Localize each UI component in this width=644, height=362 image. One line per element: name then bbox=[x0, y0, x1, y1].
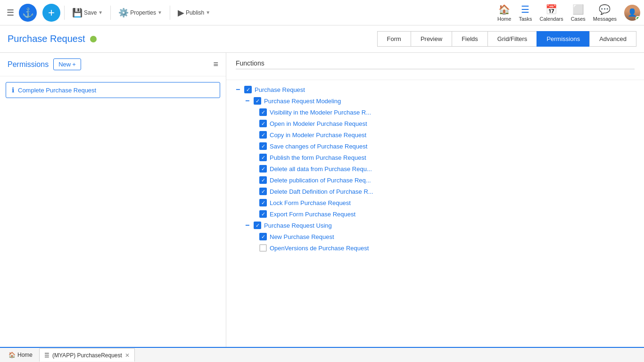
publish-dropdown-icon[interactable]: ▼ bbox=[206, 10, 210, 15]
collapse-using-icon[interactable]: − bbox=[245, 222, 251, 229]
hamburger-button[interactable]: ☰ bbox=[4, 5, 17, 21]
save-dropdown-icon[interactable]: ▼ bbox=[98, 10, 103, 15]
divider-1 bbox=[64, 6, 65, 20]
left-panel-content: ℹ Complete Purchase Request bbox=[0, 76, 226, 104]
bottom-home-tab[interactable]: 🏠 Home bbox=[4, 350, 37, 360]
functions-divider bbox=[236, 69, 635, 69]
tree-item-delete-all-data[interactable]: ✓ Delete all data from Purchase Requ... bbox=[236, 163, 635, 174]
properties-button[interactable]: ⚙️ Properties ▼ bbox=[115, 6, 166, 20]
properties-dropdown-icon[interactable]: ▼ bbox=[157, 10, 162, 15]
checkbox-open-version[interactable] bbox=[259, 244, 267, 252]
tree-label-open-modeler: Open in Modeler Purchase Request bbox=[270, 120, 367, 127]
tree-item-root[interactable]: − ✓ Purchase Request bbox=[236, 84, 635, 95]
tree-item-using[interactable]: − ✓ Purchase Request Using bbox=[236, 220, 635, 231]
checkbox-delete-all-data[interactable]: ✓ bbox=[259, 165, 267, 173]
tree-label-new-pr: New Purchase Request bbox=[270, 233, 334, 240]
tab-fields[interactable]: Fields bbox=[452, 31, 487, 47]
tree-item-save-changes[interactable]: ✓ Save changes of Purchase Request bbox=[236, 140, 635, 152]
tree-label-delete-publication: Delete publication of Purchase Req... bbox=[270, 177, 371, 184]
tree-item-publish-form[interactable]: ✓ Publish the form Purchase Request bbox=[236, 152, 635, 163]
left-panel-header: Permissions New + ≡ bbox=[0, 53, 226, 76]
nav-messages-label: Messages bbox=[593, 16, 617, 22]
tree-item-open-version[interactable]: OpenVersions de Purchase Request bbox=[236, 242, 635, 254]
tree-label-root: Purchase Request bbox=[255, 86, 305, 93]
status-indicator bbox=[90, 36, 97, 42]
checkbox-publish-form[interactable]: ✓ bbox=[259, 154, 267, 161]
divider-3 bbox=[170, 6, 170, 20]
tree-label-visibility: Visibility in the Modeler Purchase R... bbox=[270, 109, 371, 116]
bottom-app-tab[interactable]: ☰ (MYAPP) PurchaseRequest ✕ bbox=[39, 348, 135, 362]
checkbox-open-modeler[interactable]: ✓ bbox=[259, 120, 267, 127]
checkbox-using[interactable]: ✓ bbox=[254, 222, 261, 229]
tab-advanced[interactable]: Advanced bbox=[589, 31, 636, 47]
page-header: Purchase Request Form Preview Fields Gri… bbox=[0, 25, 644, 53]
functions-title: Functions bbox=[236, 59, 264, 67]
checkbox-modeling[interactable]: ✓ bbox=[254, 97, 261, 105]
checkbox-copy-modeler[interactable]: ✓ bbox=[259, 131, 267, 139]
messages-icon: 💬 bbox=[599, 4, 611, 15]
checkbox-save-changes[interactable]: ✓ bbox=[259, 142, 267, 150]
checkbox-lock-form[interactable]: ✓ bbox=[259, 199, 267, 206]
tab-form[interactable]: Form bbox=[377, 31, 411, 47]
nav-messages[interactable]: 💬 Messages bbox=[593, 4, 617, 22]
list-view-button[interactable]: ≡ bbox=[213, 59, 218, 69]
avatar[interactable]: 👤 bbox=[624, 5, 640, 21]
toolbar: ☰ ⚓ + 💾 Save ▼ ⚙️ Properties ▼ ▶ Publish… bbox=[0, 0, 644, 25]
nav-home[interactable]: 🏠 Home bbox=[497, 4, 511, 22]
right-panel-header: Functions bbox=[226, 53, 644, 80]
tab-gridfilters[interactable]: Grid/Filters bbox=[487, 31, 537, 47]
tab-preview[interactable]: Preview bbox=[411, 31, 452, 47]
content-area: Permissions New + ≡ ℹ Complete Purchase … bbox=[0, 53, 644, 347]
save-button[interactable]: 💾 Save ▼ bbox=[68, 6, 107, 20]
page-title-area: Purchase Request bbox=[8, 33, 97, 44]
nav-calendars[interactable]: 📅 Calendars bbox=[540, 4, 563, 22]
publish-button[interactable]: ▶ Publish ▼ bbox=[174, 6, 214, 20]
tree-label-save-changes: Save changes of Purchase Request bbox=[270, 143, 367, 150]
checkbox-visibility[interactable]: ✓ bbox=[259, 108, 267, 116]
save-icon: 💾 bbox=[72, 8, 83, 18]
home-icon: 🏠 bbox=[498, 4, 510, 15]
checkbox-delete-draft[interactable]: ✓ bbox=[259, 188, 267, 195]
tree-label-open-version: OpenVersions de Purchase Request bbox=[270, 245, 369, 252]
publish-label: Publish bbox=[186, 9, 204, 16]
permission-item-complete[interactable]: ℹ Complete Purchase Request bbox=[6, 82, 220, 98]
tasks-icon: ☰ bbox=[521, 4, 529, 15]
bottom-bar: 🏠 Home ☰ (MYAPP) PurchaseRequest ✕ bbox=[0, 347, 644, 362]
permission-item-label: Complete Purchase Request bbox=[18, 87, 96, 94]
publish-icon: ▶ bbox=[178, 8, 184, 18]
tree-item-export-form[interactable]: ✓ Export Form Purchase Request bbox=[236, 208, 635, 220]
nav-tasks[interactable]: ☰ Tasks bbox=[519, 4, 532, 22]
checkbox-delete-publication[interactable]: ✓ bbox=[259, 176, 267, 184]
checkbox-root[interactable]: ✓ bbox=[244, 86, 252, 93]
checkbox-new-pr[interactable]: ✓ bbox=[259, 233, 267, 240]
collapse-root-icon[interactable]: − bbox=[236, 86, 241, 93]
tree-item-modeling[interactable]: − ✓ Purchase Request Modeling bbox=[236, 95, 635, 107]
bottom-tab-icon: ☰ bbox=[44, 352, 50, 359]
checkbox-export-form[interactable]: ✓ bbox=[259, 210, 267, 218]
tree-item-open-modeler[interactable]: ✓ Open in Modeler Purchase Request bbox=[236, 118, 635, 129]
tree-item-new-pr[interactable]: ✓ New Purchase Request bbox=[236, 231, 635, 242]
left-panel-title-area: Permissions New + bbox=[8, 58, 81, 70]
nav-cases[interactable]: ⬜ Cases bbox=[571, 4, 586, 22]
tree-item-visibility[interactable]: ✓ Visibility in the Modeler Purchase R..… bbox=[236, 107, 635, 118]
nav-home-label: Home bbox=[497, 16, 511, 22]
nav-calendars-label: Calendars bbox=[540, 16, 563, 22]
tab-permissions[interactable]: Permissions bbox=[537, 31, 589, 47]
right-panel: Functions − ✓ Purchase Request − ✓ Purch… bbox=[226, 53, 644, 347]
tree-item-lock-form[interactable]: ✓ Lock Form Purchase Request bbox=[236, 197, 635, 208]
tree-label-lock-form: Lock Form Purchase Request bbox=[270, 199, 351, 206]
info-icon: ℹ bbox=[12, 86, 14, 94]
logo-button[interactable]: ⚓ bbox=[19, 4, 37, 22]
tree-item-delete-draft[interactable]: ✓ Delete Daft Definition of Purchase R..… bbox=[236, 186, 635, 197]
tree-label-delete-draft: Delete Daft Definition of Purchase R... bbox=[270, 188, 373, 195]
tree-item-copy-modeler[interactable]: ✓ Copy in Modeler Purchase Request bbox=[236, 129, 635, 140]
new-permission-button[interactable]: New + bbox=[53, 58, 81, 70]
new-button-label: New bbox=[58, 61, 71, 68]
close-tab-icon[interactable]: ✕ bbox=[125, 352, 130, 359]
add-button[interactable]: + bbox=[42, 4, 60, 22]
main-layout: Purchase Request Form Preview Fields Gri… bbox=[0, 25, 644, 347]
toolbar-right: 🏠 Home ☰ Tasks 📅 Calendars ⬜ Cases 💬 Mes… bbox=[497, 4, 640, 22]
tree-item-delete-publication[interactable]: ✓ Delete publication of Purchase Req... bbox=[236, 174, 635, 186]
collapse-modeling-icon[interactable]: − bbox=[245, 97, 251, 105]
tab-bar: Form Preview Fields Grid/Filters Permiss… bbox=[377, 31, 636, 47]
